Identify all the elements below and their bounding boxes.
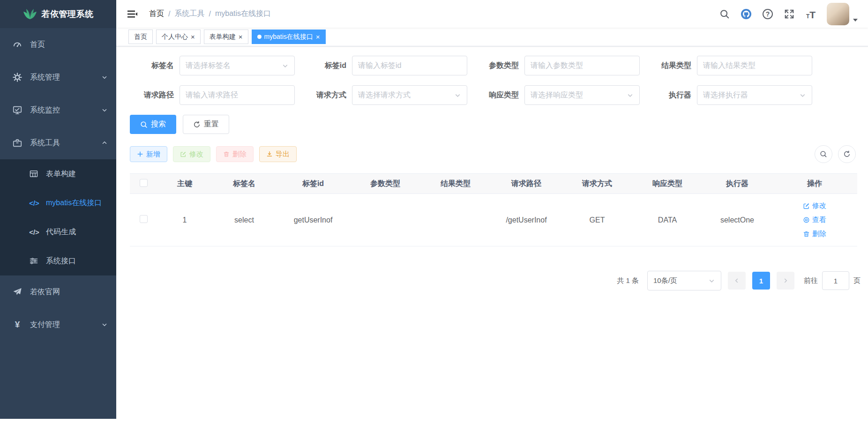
tab-label: 表单构建 [210,33,236,41]
column-header: 执行器 [703,174,772,194]
request-path-input-wrap [180,85,295,105]
request-path-input[interactable] [186,91,289,99]
sidebar-item-system-api[interactable]: 系统接口 [0,246,116,275]
font-size-icon[interactable]: TT [805,8,816,20]
select-all-checkbox[interactable] [140,179,148,187]
close-icon[interactable]: × [191,33,195,40]
breadcrumb-item-current: mybatis在线接口 [215,9,271,19]
column-header: 请求方式 [562,174,632,194]
result-type-input[interactable] [703,61,806,70]
close-icon[interactable]: × [316,33,320,40]
cell-primary-key: 1 [157,194,212,246]
tab-home[interactable]: 首页 [128,30,153,44]
github-icon[interactable] [741,8,752,20]
cell-response-type: DATA [632,194,703,246]
chevron-down-icon [454,92,461,99]
tab-label: 个人中心 [162,33,188,41]
goto-label: 前往 [804,276,818,285]
table-row[interactable]: 1 select getUserInof /getUserInof GET DA… [130,194,857,246]
refresh-button[interactable] [838,145,856,163]
field-label: 响应类型 [475,90,524,100]
page-size-select[interactable]: 10条/页 [647,271,721,290]
horizontal-scrollbar-track[interactable] [0,419,116,431]
top-navbar: 首页 / 系统工具 / mybatis在线接口 ? [116,0,868,28]
filter-tag-name: 标签名 请选择标签名 [130,56,302,75]
sidebar-item-label: 系统接口 [46,256,108,266]
breadcrumb: 首页 / 系统工具 / mybatis在线接口 [149,9,271,19]
data-table: 主键 标签名 标签id 参数类型 结果类型 请求路径 请求方式 响应类型 执行器… [130,173,857,246]
sidebar-item-home[interactable]: 首页 [0,28,116,61]
app-logo[interactable]: 若依管理系统 [0,0,116,28]
search-icon[interactable] [719,8,730,20]
field-label: 请求方式 [302,90,352,100]
sidebar-item-label: mybatis在线接口 [46,198,108,208]
export-button[interactable]: 导出 [259,146,297,162]
search-icon [140,121,148,128]
param-type-input-wrap [524,56,640,75]
column-header: 参数类型 [350,174,420,194]
sidebar-item-ruoyi-website[interactable]: 若依官网 [0,275,116,308]
sidebar-item-label: 系统管理 [30,73,101,82]
trash-icon [803,230,810,238]
field-label: 执行器 [647,90,697,100]
sidebar-item-label: 系统工具 [30,138,101,148]
sidebar-item-system-management[interactable]: 系统管理 [0,61,116,94]
chevron-down-icon [708,277,715,284]
column-header: 标签id [276,174,350,194]
sidebar-item-mybatis-online-api[interactable]: </> mybatis在线接口 [0,188,116,217]
next-page-button[interactable] [777,272,794,290]
page-number-1[interactable]: 1 [752,272,770,290]
filter-row-1: 标签名 请选择标签名 标签id 参数类型 [130,56,856,75]
table-toolbar: 新增 修改 删除 [130,145,856,163]
tag-id-input[interactable] [358,61,461,70]
sidebar-item-payment-management[interactable]: ¥ 支付管理 [0,308,116,341]
cell-executor: selectOne [703,194,772,246]
delete-button[interactable]: 删除 [216,146,254,162]
reset-button[interactable]: 重置 [183,115,229,134]
edit-icon [180,151,187,157]
edit-button[interactable]: 修改 [173,146,210,162]
fullscreen-icon[interactable] [784,8,795,20]
goto-unit: 页 [853,276,861,285]
user-menu[interactable] [827,3,858,25]
goto-page: 前往 页 [804,271,861,290]
add-button[interactable]: 新增 [130,146,167,162]
refresh-icon [193,121,201,128]
tab-form-builder[interactable]: 表单构建 × [204,30,248,44]
avatar[interactable] [827,3,849,25]
param-type-input[interactable] [531,61,634,70]
gear-icon [12,72,22,82]
code-icon: </> [29,198,39,208]
request-method-select[interactable]: 请选择请求方式 [352,85,467,105]
sidebar-item-system-tools[interactable]: 系统工具 [0,126,116,159]
filter-row-2: 请求路径 请求方式 请选择请求方式 响应类型 请选择响应类型 [130,85,856,105]
executor-select[interactable]: 请选择执行器 [697,85,812,105]
leaf-logo-icon [23,8,37,20]
sidebar-item-label: 代码生成 [46,227,108,237]
menu-fold-icon[interactable] [127,8,138,20]
sidebar-item-code-generation[interactable]: </> 代码生成 [0,217,116,246]
row-checkbox[interactable] [140,215,148,223]
breadcrumb-item-home[interactable]: 首页 [149,9,164,19]
help-icon[interactable]: ? [762,8,773,20]
close-icon[interactable]: × [239,33,243,40]
goto-page-input[interactable] [822,271,849,290]
prev-page-button[interactable] [728,272,746,290]
tab-profile[interactable]: 个人中心 × [156,30,201,44]
search-button[interactable]: 搜索 [130,115,176,134]
column-header: 请求路径 [491,174,562,194]
dashboard-icon [12,39,22,50]
row-view-link[interactable]: 查看 [803,214,826,227]
tab-mybatis-online-api[interactable]: mybatis在线接口 × [252,30,326,44]
show-search-button[interactable] [815,145,832,163]
field-label: 标签名 [130,61,180,71]
chevron-down-icon [101,74,108,81]
breadcrumb-item-system-tools: 系统工具 [174,9,204,19]
row-edit-link[interactable]: 修改 [803,200,826,213]
row-delete-link[interactable]: 删除 [803,228,826,241]
tag-name-select[interactable]: 请选择标签名 [180,56,295,75]
response-type-select[interactable]: 请选择响应类型 [524,85,640,105]
result-type-input-wrap [697,56,812,75]
sidebar-item-form-builder[interactable]: 表单构建 [0,159,116,188]
sidebar-item-system-monitor[interactable]: 系统监控 [0,94,116,126]
